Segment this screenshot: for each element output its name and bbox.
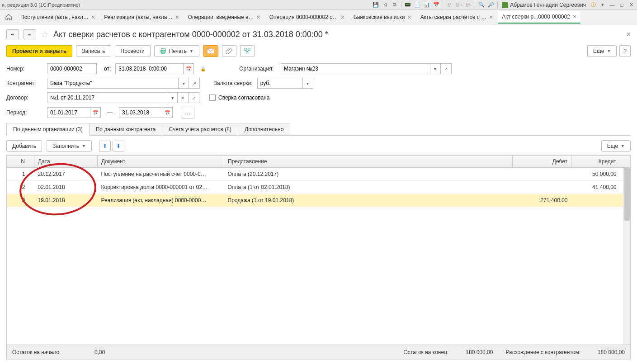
printer-icon bbox=[160, 48, 166, 54]
tools-dropdown[interactable]: ▾ bbox=[599, 1, 607, 9]
tab-close[interactable]: × bbox=[91, 14, 95, 21]
number-input[interactable] bbox=[47, 63, 97, 74]
svg-rect-6 bbox=[246, 52, 248, 54]
tab-5[interactable]: Акты сверки расчетов с …× bbox=[416, 11, 497, 24]
close-icon[interactable]: ✕ bbox=[627, 1, 635, 9]
app-title: я, редакция 3.0 (1С:Предприятие) bbox=[2, 2, 80, 8]
favorite-icon[interactable]: ☆ bbox=[41, 29, 49, 40]
maximize-icon[interactable]: □ bbox=[618, 1, 626, 9]
contract-clear[interactable]: × bbox=[178, 92, 189, 103]
vertical-scrollbar[interactable] bbox=[623, 168, 630, 345]
tab-close[interactable]: × bbox=[573, 13, 576, 20]
write-button[interactable]: Записать bbox=[76, 45, 111, 57]
add-button[interactable]: Добавить bbox=[6, 140, 42, 152]
tab-0[interactable]: Поступление (акты, накл…× bbox=[16, 11, 99, 24]
titlebar: я, редакция 3.0 (1С:Предприятие) 💾 🖨 ⧉ 📟… bbox=[0, 0, 637, 10]
org-open[interactable]: ↗ bbox=[441, 63, 452, 74]
period-select-button[interactable]: … bbox=[181, 107, 194, 118]
tab-close[interactable]: × bbox=[256, 14, 260, 21]
scale-m-minus[interactable]: M- bbox=[464, 1, 472, 9]
report-icon[interactable]: 📄 bbox=[413, 1, 421, 9]
currency-input[interactable] bbox=[257, 78, 302, 89]
schedule-icon[interactable]: 📊 bbox=[423, 1, 431, 9]
scale-m-plus[interactable]: M+ bbox=[455, 1, 463, 9]
contract-input[interactable] bbox=[47, 92, 167, 103]
home-tab[interactable] bbox=[2, 11, 15, 24]
more-button[interactable]: Еще ▼ bbox=[587, 45, 617, 57]
tab-1[interactable]: Реализация (акты, накла…× bbox=[100, 11, 183, 24]
compare-icon[interactable]: ⧉ bbox=[391, 1, 399, 9]
tab-6[interactable]: Акт сверки р...0000-000002× bbox=[498, 11, 580, 24]
structure-button[interactable] bbox=[240, 45, 255, 57]
table-row[interactable]: 3 19.01.2018 Реализация (акт, накладная)… bbox=[7, 194, 630, 207]
org-input[interactable] bbox=[281, 63, 430, 74]
reconciliation-table[interactable]: N Дата Документ Представление Дебет Кред… bbox=[7, 155, 630, 207]
user-badge[interactable]: Абрамов Геннадий Сергеевич bbox=[500, 2, 588, 8]
date-lock-icon[interactable]: 🔒 bbox=[198, 63, 208, 74]
calendar-button[interactable]: 📅 bbox=[183, 63, 194, 74]
print-icon[interactable]: 🖨 bbox=[381, 1, 389, 9]
post-button[interactable]: Провести bbox=[115, 45, 151, 57]
currency-dropdown[interactable]: ▾ bbox=[302, 78, 313, 89]
inner-tab-2[interactable]: Счета учета расчетов (8) bbox=[162, 123, 238, 135]
col-header-date[interactable]: Дата bbox=[34, 156, 98, 168]
tab-close[interactable]: × bbox=[175, 14, 179, 21]
zoom-in-icon[interactable]: 🔍 bbox=[477, 1, 486, 9]
contract-dropdown[interactable]: ▾ bbox=[167, 92, 178, 103]
counterparty-label: Контрагент: bbox=[6, 80, 42, 86]
col-header-doc[interactable]: Документ bbox=[98, 156, 224, 168]
post-and-close-button[interactable]: Провести и закрыть bbox=[6, 45, 72, 57]
counterparty-dropdown[interactable]: ▾ bbox=[178, 78, 189, 89]
date-input[interactable] bbox=[115, 63, 183, 74]
page-close-button[interactable]: × bbox=[627, 30, 631, 38]
currency-label: Валюта сверки: bbox=[213, 80, 253, 86]
period-to-input[interactable] bbox=[119, 107, 162, 118]
email-button[interactable] bbox=[203, 45, 218, 57]
tab-close[interactable]: × bbox=[407, 14, 411, 21]
attach-button[interactable] bbox=[222, 45, 236, 57]
tree-icon bbox=[244, 48, 250, 54]
page-title: Акт сверки расчетов с контрагентом 0000-… bbox=[53, 30, 328, 39]
org-dropdown[interactable]: ▾ bbox=[430, 63, 441, 74]
help-button[interactable]: ? bbox=[619, 45, 631, 57]
table-row[interactable]: 2 02.01.2018 Корректировка долга 0000-00… bbox=[7, 181, 630, 194]
tab-close[interactable]: × bbox=[341, 14, 344, 21]
contract-open[interactable]: ↗ bbox=[189, 92, 199, 103]
period-label: Период: bbox=[6, 109, 42, 116]
inner-tab-3[interactable]: Дополнительно bbox=[238, 123, 290, 135]
table-row[interactable]: 1 20.12.2017 Поступление на расчетный сч… bbox=[7, 168, 630, 181]
period-from-input[interactable] bbox=[47, 107, 90, 118]
tab-2[interactable]: Операции, введенные в…× bbox=[184, 11, 264, 24]
counterparty-open[interactable]: ↗ bbox=[189, 78, 200, 89]
tab-4[interactable]: Банковские выписки× bbox=[349, 11, 415, 24]
document-tabs: Поступление (акты, накл…× Реализация (ак… bbox=[0, 10, 637, 24]
minimize-icon[interactable]: — bbox=[608, 1, 616, 9]
save-icon[interactable]: 💾 bbox=[372, 1, 380, 9]
inner-tab-1[interactable]: По данным контрагента bbox=[89, 123, 163, 135]
move-up-button[interactable]: ⬆ bbox=[99, 141, 111, 151]
period-to-calendar[interactable]: 📅 bbox=[162, 107, 173, 118]
period-from-calendar[interactable]: 📅 bbox=[90, 107, 101, 118]
table-more-button[interactable]: Еще ▼ bbox=[601, 140, 631, 152]
inner-tabs: По данным организации (3) По данным конт… bbox=[6, 123, 631, 136]
col-header-repr[interactable]: Представление bbox=[224, 156, 513, 168]
nav-back-button[interactable]: ← bbox=[6, 29, 19, 39]
nav-forward-button[interactable]: → bbox=[24, 29, 36, 39]
agreed-checkbox[interactable] bbox=[209, 95, 216, 101]
move-down-button[interactable]: ⬇ bbox=[113, 141, 124, 151]
col-header-n[interactable]: N bbox=[7, 156, 34, 168]
counterparty-input[interactable] bbox=[47, 78, 178, 89]
col-header-credit[interactable]: Кредит bbox=[571, 156, 630, 168]
print-button[interactable]: Печать▼ bbox=[154, 45, 199, 57]
scale-m[interactable]: M bbox=[445, 1, 453, 9]
inner-tab-0[interactable]: По данным организации (3) bbox=[6, 123, 90, 136]
tab-close[interactable]: × bbox=[489, 14, 493, 21]
calendar-icon[interactable]: 📅 bbox=[432, 1, 440, 9]
search-icon[interactable]: 🔎 bbox=[487, 1, 495, 9]
calc-icon[interactable]: 📟 bbox=[404, 1, 412, 9]
fill-button[interactable]: Заполнить ▼ bbox=[47, 140, 92, 152]
tab-3[interactable]: Операция 0000-000002 о…× bbox=[265, 11, 349, 24]
col-header-debit[interactable]: Дебет bbox=[513, 156, 571, 168]
info-icon[interactable]: ⓘ bbox=[589, 1, 597, 9]
org-label: Организация: bbox=[239, 66, 274, 72]
